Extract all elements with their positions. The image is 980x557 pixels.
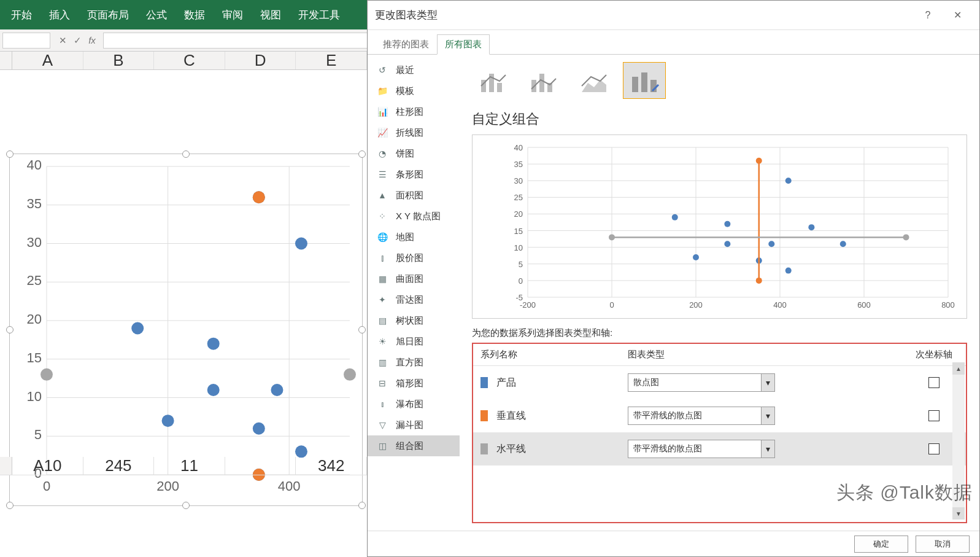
ribbon-tab-view[interactable]: 视图: [252, 0, 290, 29]
svg-point-84: [724, 241, 730, 247]
series-row[interactable]: 垂直线带平滑线的散点图▾: [473, 399, 966, 432]
cancel-button[interactable]: 取消: [916, 536, 970, 553]
chart-category-water[interactable]: ⫾瀑布图: [368, 394, 460, 415]
cell[interactable]: 11: [154, 457, 225, 475]
svg-text:400: 400: [773, 300, 787, 310]
chart-category-col[interactable]: 📊柱形图: [368, 101, 460, 122]
cell[interactable]: 245: [83, 457, 155, 475]
ribbon-tab-layout[interactable]: 页面布局: [79, 0, 137, 29]
col-header[interactable]: E: [296, 52, 367, 69]
combo-subtype-custom[interactable]: [623, 62, 666, 99]
box-icon: ⊟: [376, 377, 388, 389]
name-box[interactable]: [2, 33, 50, 49]
secondary-axis-checkbox[interactable]: [928, 443, 939, 454]
chart-category-pie[interactable]: ◔饼图: [368, 143, 460, 164]
chart-category-globe[interactable]: 🌐地图: [368, 227, 460, 247]
chart-category-funnel[interactable]: ▽漏斗图: [368, 415, 460, 435]
resize-handle[interactable]: [182, 150, 190, 158]
chart-type-select[interactable]: 散点图▾: [628, 373, 775, 392]
fx-icon[interactable]: fx: [85, 33, 99, 48]
chart-category-hist[interactable]: ▥直方图: [368, 352, 460, 373]
chevron-down-icon: ▾: [761, 407, 774, 424]
col-header[interactable]: A: [12, 52, 83, 69]
chart-category-combo[interactable]: ◫组合图: [368, 435, 460, 456]
chart-category-bar[interactable]: ☰条形图: [368, 164, 460, 185]
svg-point-31: [295, 238, 307, 250]
tab-all-charts[interactable]: 所有图表: [437, 34, 490, 55]
resize-handle[interactable]: [358, 502, 366, 509]
svg-point-94: [903, 234, 909, 240]
ribbon-tab-dev[interactable]: 开发工具: [290, 0, 349, 29]
chart-type-select[interactable]: 带平滑线的散点图▾: [628, 440, 775, 458]
combo-subtype[interactable]: [522, 62, 565, 99]
cell[interactable]: [225, 457, 296, 475]
confirm-icon[interactable]: ✓: [70, 33, 85, 48]
series-header-secondary: 次坐标轴: [909, 349, 959, 360]
close-button[interactable]: ✕: [943, 1, 972, 30]
series-row[interactable]: 产品散点图▾: [473, 366, 966, 399]
chart-category-radar[interactable]: ✦雷达图: [368, 289, 460, 310]
col-header[interactable]: B: [83, 52, 155, 69]
svg-text:30: 30: [514, 176, 523, 185]
scroll-up-icon[interactable]: ▲: [952, 362, 965, 375]
chart-category-box[interactable]: ⊟箱形图: [368, 373, 460, 394]
resize-handle[interactable]: [6, 502, 14, 509]
combo-subtype[interactable]: [472, 62, 515, 99]
dialog-title: 更改图表类型: [375, 8, 438, 22]
chart-type-select[interactable]: 带平滑线的散点图▾: [628, 407, 775, 425]
scatter-chart: 05101520253035400200400: [10, 154, 362, 505]
worksheet[interactable]: A B C D E 05101520253035400200400 A10 24…: [0, 52, 367, 557]
col-icon: 📊: [376, 106, 388, 118]
svg-text:25: 25: [514, 193, 523, 202]
series-row[interactable]: 水平线带平滑线的散点图▾: [473, 432, 966, 465]
resize-handle[interactable]: [182, 502, 190, 509]
resize-handle[interactable]: [358, 150, 366, 158]
svg-point-24: [131, 322, 144, 335]
svg-text:5: 5: [34, 427, 42, 442]
resize-handle[interactable]: [6, 150, 14, 158]
cell[interactable]: A10: [12, 457, 83, 475]
svg-rect-40: [497, 83, 502, 92]
chart-category-↺[interactable]: ↺最近: [368, 60, 460, 80]
chevron-down-icon: ▾: [761, 440, 774, 458]
combo-subtype[interactable]: [573, 62, 615, 99]
chart-category-folder[interactable]: 📁模板: [368, 80, 460, 101]
svg-point-83: [724, 221, 730, 227]
ribbon-tab-formula[interactable]: 公式: [137, 0, 176, 29]
cancel-icon[interactable]: ✕: [55, 33, 70, 48]
water-icon: ⫾: [376, 398, 388, 410]
ribbon-tab-review[interactable]: 审阅: [214, 0, 252, 29]
chart-category-scatter[interactable]: ⁘X Y 散点图: [368, 206, 460, 227]
resize-handle[interactable]: [6, 326, 14, 333]
chart-category-surface[interactable]: ▦曲面图: [368, 268, 460, 289]
chart-category-line[interactable]: 📈折线图: [368, 122, 460, 143]
scroll-down-icon[interactable]: ▼: [952, 507, 965, 520]
cell[interactable]: 342: [296, 457, 367, 475]
resize-handle[interactable]: [358, 326, 366, 333]
chart-category-tree[interactable]: ▤树状图: [368, 310, 460, 331]
chart-category-area[interactable]: ▲面积图: [368, 185, 460, 206]
ribbon-tab-insert[interactable]: 插入: [41, 0, 79, 29]
ok-button[interactable]: 确定: [854, 536, 908, 553]
col-header[interactable]: D: [225, 52, 296, 69]
secondary-axis-checkbox[interactable]: [928, 410, 939, 421]
col-header[interactable]: C: [154, 52, 225, 69]
ribbon-tab-data[interactable]: 数据: [176, 0, 214, 29]
svg-point-26: [207, 338, 220, 350]
chart-category-stock[interactable]: ⫿股价图: [368, 247, 460, 268]
tab-recommended[interactable]: 推荐的图表: [375, 34, 437, 55]
ribbon-tab-home[interactable]: 开始: [2, 0, 41, 29]
help-button[interactable]: ?: [913, 1, 943, 30]
chart-category-sun[interactable]: ☀旭日图: [368, 331, 460, 352]
combo-subtype-row: [472, 62, 967, 99]
svg-text:0: 0: [519, 276, 523, 286]
svg-point-90: [840, 241, 846, 247]
embedded-chart[interactable]: 05101520253035400200400: [9, 154, 363, 506]
funnel-icon: ▽: [376, 419, 388, 431]
select-all-corner[interactable]: [0, 52, 12, 69]
svg-point-30: [271, 384, 283, 396]
dialog-footer: 确定 取消: [368, 531, 979, 556]
secondary-axis-checkbox[interactable]: [928, 377, 939, 388]
row-header[interactable]: [0, 457, 12, 475]
pie-icon: ◔: [376, 147, 388, 160]
